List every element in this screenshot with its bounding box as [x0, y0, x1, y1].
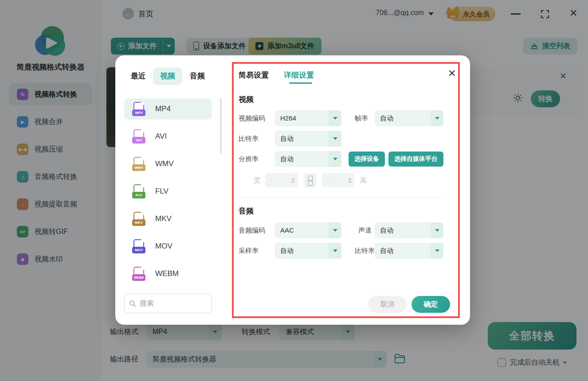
- mov-file-icon: MOV: [132, 239, 145, 253]
- chevron-down-icon: [431, 222, 443, 238]
- format-search: [124, 294, 212, 313]
- stepper-arrows-icon[interactable]: [347, 178, 355, 183]
- resolution-select[interactable]: 自动: [275, 151, 341, 167]
- mp4-file-icon: MP4: [132, 102, 145, 116]
- mkv-file-icon: MKV: [132, 212, 145, 226]
- chevron-down-icon: [329, 222, 341, 238]
- sample-rate-label: 采样率: [239, 243, 259, 259]
- format-list-scrollbar[interactable]: [220, 98, 222, 154]
- search-icon: [129, 300, 136, 307]
- video-section-title: 视频: [239, 94, 254, 105]
- audio-codec-label: 音频编码: [239, 222, 265, 238]
- output-settings-modal: 最近 视频 音频 MP4 MP4 AVI AVI WMV WMV: [115, 55, 470, 325]
- fps-label: 帧率: [355, 110, 368, 126]
- tab-recent[interactable]: 最近: [131, 67, 146, 85]
- width-stepper[interactable]: -: [265, 173, 298, 187]
- width-label: 宽: [254, 173, 260, 187]
- tab-simple-settings[interactable]: 简易设置: [239, 70, 269, 80]
- flv-file-icon: FLV: [132, 184, 145, 198]
- format-item-webm[interactable]: WEBM WEBM: [124, 263, 212, 284]
- channel-label: 声道: [358, 222, 372, 238]
- height-label: 高: [360, 173, 367, 187]
- channel-select[interactable]: 自动: [375, 222, 443, 238]
- video-bitrate-select[interactable]: 自动: [275, 131, 341, 147]
- audio-section-title: 音频: [239, 206, 254, 216]
- video-codec-select[interactable]: H264: [275, 110, 341, 126]
- chevron-down-icon: [329, 110, 341, 126]
- format-item-mp4[interactable]: MP4 MP4: [124, 98, 212, 120]
- format-item-avi[interactable]: AVI AVI: [124, 126, 212, 147]
- section-divider: [239, 197, 443, 198]
- audio-codec-select[interactable]: AAC: [275, 222, 341, 238]
- select-platform-button[interactable]: 选择自媒体平台: [388, 152, 443, 167]
- chevron-down-icon: [431, 243, 443, 259]
- ok-button[interactable]: 确定: [412, 296, 450, 313]
- avi-file-icon: AVI: [132, 129, 145, 144]
- select-device-button[interactable]: 选择设备: [349, 152, 385, 167]
- sample-rate-select[interactable]: 自动: [275, 243, 341, 259]
- chevron-down-icon: [329, 151, 341, 167]
- video-bitrate-label: 比特率: [239, 131, 259, 147]
- chevron-down-icon: [329, 131, 341, 147]
- app-window: ← 首页 706...@qq.com 永久会员 VIP ✕ 简鹿视频格式转换器: [0, 0, 588, 381]
- stepper-arrows-icon[interactable]: [290, 178, 298, 183]
- link-dimensions-icon[interactable]: [303, 173, 317, 187]
- fps-select[interactable]: 自动: [375, 110, 443, 126]
- audio-bitrate-select[interactable]: 自动: [375, 243, 443, 259]
- chevron-down-icon: [431, 110, 443, 126]
- format-item-flv[interactable]: FLV FLV: [124, 181, 212, 202]
- format-item-mkv[interactable]: MKV MKV: [124, 208, 212, 229]
- search-input[interactable]: [140, 299, 202, 307]
- format-item-mov[interactable]: MOV MOV: [124, 236, 212, 257]
- highlight-rectangle: [232, 62, 460, 318]
- height-stepper[interactable]: -: [322, 173, 355, 187]
- audio-bitrate-label: 比特率: [355, 243, 375, 259]
- chevron-down-icon: [329, 243, 341, 259]
- cancel-button[interactable]: 取消: [368, 296, 407, 313]
- format-item-wmv[interactable]: WMV WMV: [124, 153, 212, 175]
- wmv-file-icon: WMV: [132, 157, 145, 171]
- tab-detail-settings[interactable]: 详细设置: [284, 70, 314, 80]
- video-codec-label: 视频编码: [239, 110, 265, 126]
- tab-video[interactable]: 视频: [153, 67, 182, 85]
- tab-audio[interactable]: 音频: [190, 67, 205, 85]
- active-tab-underline: [289, 82, 312, 84]
- resolution-label: 分辨率: [239, 151, 259, 167]
- modal-close-icon[interactable]: ✕: [448, 68, 456, 79]
- webm-file-icon: WEBM: [132, 267, 145, 281]
